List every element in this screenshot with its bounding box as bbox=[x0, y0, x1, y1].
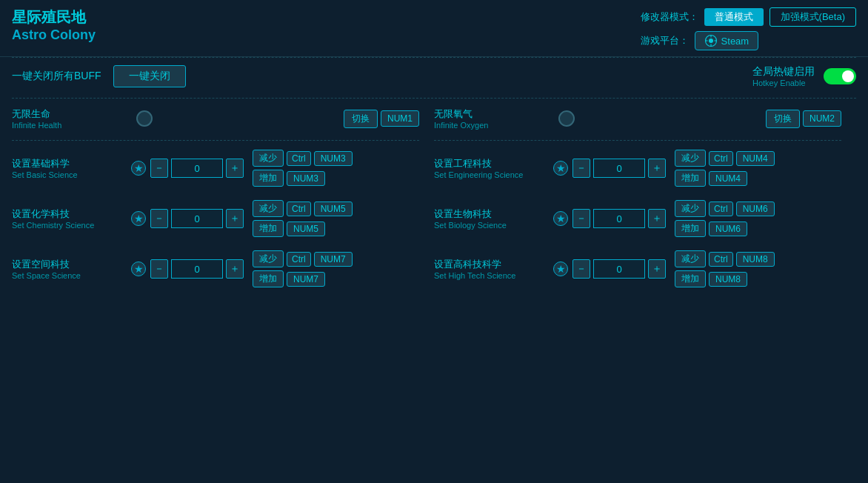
eng-dec-btn[interactable]: 减少 bbox=[675, 150, 706, 167]
hightech-star-icon[interactable]: ★ bbox=[553, 262, 568, 276]
eng-ctrl-label: Ctrl bbox=[709, 151, 733, 166]
space-inc-row: 增加 NUM7 bbox=[253, 270, 353, 287]
oxygen-en: Infinite Oxygen bbox=[434, 121, 552, 130]
mode-enhanced-button[interactable]: 加强模式(Beta) bbox=[769, 7, 856, 27]
feature-label-health: 无限生命 Infinite Health bbox=[12, 107, 130, 130]
bio-plus-btn[interactable]: ＋ bbox=[648, 209, 666, 228]
platform-row: 游戏平台： Steam bbox=[641, 31, 759, 50]
space-en: Set Space Science bbox=[12, 271, 127, 280]
basic-dec-btn[interactable]: 减少 bbox=[253, 150, 284, 167]
bio-star-icon[interactable]: ★ bbox=[553, 211, 568, 226]
eng-dec-key: NUM4 bbox=[736, 151, 775, 166]
space-dec-key: NUM7 bbox=[314, 252, 353, 267]
svg-point-1 bbox=[709, 39, 713, 43]
basic-star-icon[interactable]: ★ bbox=[131, 161, 146, 176]
hightech-inc-btn[interactable]: 增加 bbox=[675, 270, 706, 287]
feature-row-health: 无限生命 Infinite Health 切换 NUM1 bbox=[12, 107, 419, 130]
bio-en: Set Biology Science bbox=[434, 221, 549, 230]
health-switch-btn[interactable]: 切换 bbox=[344, 110, 378, 128]
health-toggle[interactable] bbox=[136, 110, 153, 127]
chem-star-icon[interactable]: ★ bbox=[131, 211, 146, 226]
oxygen-toggle[interactable] bbox=[558, 110, 575, 127]
bio-value: 0 bbox=[593, 209, 645, 228]
science-row-hightech: 设置高科技科学 Set High Tech Science ★ － 0 ＋ 减少… bbox=[434, 250, 841, 287]
oxygen-switch-btn[interactable]: 切换 bbox=[766, 110, 800, 128]
science-row-space: 设置空间科技 Set Space Science ★ － 0 ＋ 减少 Ctrl… bbox=[12, 250, 419, 287]
health-controls: 切换 NUM1 bbox=[344, 110, 419, 128]
science-label-basic: 设置基础科学 Set Basic Science bbox=[12, 157, 127, 179]
space-plus-btn[interactable]: ＋ bbox=[226, 259, 244, 279]
bio-minus-btn[interactable]: － bbox=[572, 209, 590, 228]
science-label-eng: 设置工程科技 Set Engineering Science bbox=[434, 157, 549, 179]
chem-inc-btn[interactable]: 增加 bbox=[253, 220, 284, 237]
app-container: 星际殖民地 Astro Colony 修改器模式： 普通模式 加强模式(Beta… bbox=[0, 0, 868, 483]
eng-counter: － 0 ＋ bbox=[572, 159, 666, 178]
chem-counter: － 0 ＋ bbox=[150, 209, 244, 228]
oxygen-cn: 无限氧气 bbox=[434, 107, 552, 121]
chem-inc-row: 增加 NUM5 bbox=[253, 220, 353, 237]
space-dec-btn[interactable]: 减少 bbox=[253, 250, 284, 267]
basic-en: Set Basic Science bbox=[12, 170, 127, 179]
space-counter: － 0 ＋ bbox=[150, 259, 244, 279]
space-star-icon[interactable]: ★ bbox=[131, 262, 146, 276]
hightech-plus-btn[interactable]: ＋ bbox=[648, 259, 666, 279]
space-cn: 设置空间科技 bbox=[12, 258, 127, 271]
basic-minus-btn[interactable]: － bbox=[150, 159, 168, 178]
hightech-en: Set High Tech Science bbox=[434, 271, 549, 280]
steam-button[interactable]: Steam bbox=[695, 31, 759, 50]
chem-cn: 设置化学科技 bbox=[12, 207, 127, 221]
basic-ctrl-label: Ctrl bbox=[287, 151, 311, 166]
basic-plus-btn[interactable]: ＋ bbox=[226, 159, 244, 178]
chem-plus-btn[interactable]: ＋ bbox=[226, 209, 244, 228]
hotkey-toggle[interactable] bbox=[824, 68, 856, 84]
chem-dec-btn[interactable]: 减少 bbox=[253, 200, 284, 217]
science-row-basic: 设置基础科学 Set Basic Science ★ － 0 ＋ 减少 Ctrl… bbox=[12, 150, 419, 187]
main-content: 一键关闭所有BUFF 一键关闭 全局热键启用 Hotkey Enable 无限生… bbox=[0, 58, 868, 308]
eng-dec-row: 减少 Ctrl NUM4 bbox=[675, 150, 775, 167]
eng-en: Set Engineering Science bbox=[434, 170, 549, 179]
hightech-dec-btn[interactable]: 减少 bbox=[675, 250, 706, 267]
eng-cn: 设置工程科技 bbox=[434, 157, 549, 170]
platform-label: 游戏平台： bbox=[641, 34, 689, 47]
hightech-ctrl-label: Ctrl bbox=[709, 252, 733, 267]
bio-cn: 设置生物科技 bbox=[434, 207, 549, 221]
hightech-value: 0 bbox=[593, 259, 645, 279]
bio-shortcuts: 减少 Ctrl NUM6 增加 NUM6 bbox=[675, 200, 775, 237]
hotkey-cn: 全局热键启用 bbox=[752, 65, 815, 79]
space-minus-btn[interactable]: － bbox=[150, 259, 168, 279]
divider-l1 bbox=[12, 140, 419, 141]
grid-container: 无限生命 Infinite Health 切换 NUM1 设置基础科学 Set … bbox=[12, 107, 856, 301]
top-controls: 一键关闭所有BUFF 一键关闭 全局热键启用 Hotkey Enable bbox=[12, 65, 856, 87]
hightech-shortcuts: 减少 Ctrl NUM8 增加 NUM8 bbox=[675, 250, 775, 287]
oxygen-key-badge: NUM2 bbox=[803, 110, 841, 127]
hightech-minus-btn[interactable]: － bbox=[572, 259, 590, 279]
hotkey-en: Hotkey Enable bbox=[752, 79, 806, 87]
chem-minus-btn[interactable]: － bbox=[150, 209, 168, 228]
space-inc-btn[interactable]: 增加 bbox=[253, 270, 284, 287]
feature-row-oxygen: 无限氧气 Infinite Oxygen 切换 NUM2 bbox=[434, 107, 841, 130]
close-all-button[interactable]: 一键关闭 bbox=[113, 65, 186, 87]
right-panel: 无限氧气 Infinite Oxygen 切换 NUM2 设置工程科技 Set … bbox=[434, 107, 856, 301]
mode-normal-button[interactable]: 普通模式 bbox=[704, 8, 764, 26]
eng-minus-btn[interactable]: － bbox=[572, 159, 590, 178]
chem-dec-key: NUM5 bbox=[314, 201, 353, 216]
eng-plus-btn[interactable]: ＋ bbox=[648, 159, 666, 178]
space-ctrl-label: Ctrl bbox=[287, 252, 311, 267]
health-cn: 无限生命 bbox=[12, 107, 130, 121]
basic-shortcuts: 减少 Ctrl NUM3 增加 NUM3 bbox=[253, 150, 353, 187]
bio-inc-key: NUM6 bbox=[709, 221, 747, 236]
top-right: 全局热键启用 Hotkey Enable bbox=[752, 65, 856, 87]
basic-inc-btn[interactable]: 增加 bbox=[253, 170, 284, 187]
science-label-bio: 设置生物科技 Set Biology Science bbox=[434, 207, 549, 230]
space-shortcuts: 减少 Ctrl NUM7 增加 NUM7 bbox=[253, 250, 353, 287]
oxygen-controls: 切换 NUM2 bbox=[766, 110, 841, 128]
section-divider bbox=[12, 98, 856, 99]
hightech-cn: 设置高科技科学 bbox=[434, 258, 549, 271]
eng-value: 0 bbox=[593, 159, 645, 178]
eng-star-icon[interactable]: ★ bbox=[553, 161, 568, 176]
eng-inc-btn[interactable]: 增加 bbox=[675, 170, 706, 187]
bio-inc-btn[interactable]: 增加 bbox=[675, 220, 706, 237]
science-label-space: 设置空间科技 Set Space Science bbox=[12, 258, 127, 280]
hightech-counter: － 0 ＋ bbox=[572, 259, 666, 279]
bio-dec-btn[interactable]: 减少 bbox=[675, 200, 706, 217]
